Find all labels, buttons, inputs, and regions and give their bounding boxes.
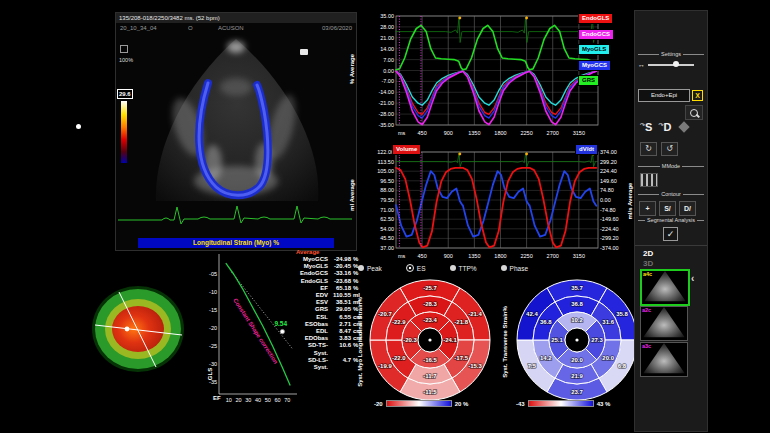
average-row: GRS29.05% bbox=[296, 306, 366, 313]
average-row: MyoGLS-20.45% bbox=[296, 263, 366, 270]
svg-text:-19.9: -19.9 bbox=[378, 363, 392, 369]
svg-text:7.5: 7.5 bbox=[528, 363, 537, 369]
svg-text:1800: 1800 bbox=[494, 130, 506, 136]
thumbnail-a3c[interactable]: a3c bbox=[640, 342, 688, 377]
volume-left-axis-label: ml Average bbox=[349, 157, 355, 233]
svg-text:62.50: 62.50 bbox=[380, 216, 394, 222]
svg-text:0.00: 0.00 bbox=[600, 197, 611, 203]
strain-colorbar bbox=[121, 101, 127, 163]
study-flag: O bbox=[188, 23, 193, 33]
view-mode-label: Longitudinal Strain (Myo) % bbox=[138, 238, 334, 248]
endo-epi-button[interactable]: Endo+Epi bbox=[638, 89, 690, 102]
radio-dot[interactable] bbox=[450, 265, 456, 271]
average-row: EF65.18% bbox=[296, 285, 366, 292]
diamond-icon[interactable] bbox=[679, 121, 690, 132]
collapse-arrow-icon[interactable]: ‹ bbox=[691, 273, 694, 284]
volume-right-axis-label: ml/s Average bbox=[627, 161, 633, 241]
gls-ef-plot: -05-10-15-20-25-30-3510203040506070Const… bbox=[203, 248, 303, 422]
legend-dvdt[interactable]: dV/dt bbox=[575, 144, 598, 155]
svg-text:-15.3: -15.3 bbox=[468, 363, 482, 369]
svg-text:7.00: 7.00 bbox=[383, 57, 394, 63]
radio-dot[interactable] bbox=[501, 265, 507, 271]
svg-text:-25: -25 bbox=[209, 343, 217, 349]
svg-text:-149.60: -149.60 bbox=[600, 216, 619, 222]
svg-text:-74.80: -74.80 bbox=[600, 207, 616, 213]
svg-text:28.00: 28.00 bbox=[380, 24, 394, 30]
svg-text:2700: 2700 bbox=[547, 130, 559, 136]
svg-text:20: 20 bbox=[235, 397, 241, 403]
legend-myogcs[interactable]: MyoGCS bbox=[578, 60, 611, 71]
legend-grs[interactable]: GRS bbox=[578, 75, 599, 86]
svg-text:-35.00: -35.00 bbox=[378, 122, 394, 128]
probe-icon bbox=[120, 45, 128, 53]
radio-dot[interactable] bbox=[406, 264, 414, 272]
legend-myogls[interactable]: MyoGLS bbox=[578, 44, 610, 55]
systole-button[interactable]: ↷S bbox=[640, 121, 652, 133]
slider-knob[interactable] bbox=[673, 61, 679, 67]
endo-epi-checkbox[interactable]: X bbox=[692, 90, 703, 101]
svg-text:149.60: 149.60 bbox=[600, 178, 617, 184]
svg-text:50: 50 bbox=[265, 397, 271, 403]
radio-es[interactable]: ES bbox=[406, 264, 426, 272]
average-row: ESObas2.71cm bbox=[296, 321, 366, 328]
contour-s-button[interactable]: S/ bbox=[659, 201, 676, 216]
zoom-button[interactable] bbox=[685, 105, 703, 120]
svg-text:-21.8: -21.8 bbox=[454, 319, 468, 325]
event-marker bbox=[458, 153, 461, 156]
svg-text:Constant Shape correction: Constant Shape correction bbox=[232, 297, 279, 365]
ultrasound-subheader: 20_10_34_04 O ACUSON 03/06/2020 bbox=[116, 23, 356, 33]
scale-gradient bbox=[386, 400, 452, 407]
mmode-button[interactable] bbox=[640, 173, 658, 187]
svg-text:45.50: 45.50 bbox=[380, 235, 394, 241]
svg-text:-23.4: -23.4 bbox=[423, 317, 437, 323]
svg-text:14.00: 14.00 bbox=[380, 46, 394, 52]
svg-text:-14.00: -14.00 bbox=[378, 89, 394, 95]
svg-text:1800: 1800 bbox=[494, 253, 506, 259]
segmental-checkbox[interactable]: ✓ bbox=[663, 227, 678, 241]
control-panel: Settings ↔ Endo+Epi X ↷S ↷D ↻ ↺ MMode Co… bbox=[634, 10, 708, 432]
mode-3d-tab[interactable]: 3D bbox=[643, 259, 653, 268]
svg-text:-11.7: -11.7 bbox=[423, 373, 437, 379]
legend-endogcs[interactable]: EndoGCS bbox=[578, 29, 614, 40]
svg-text:-05: -05 bbox=[209, 271, 217, 277]
radio-label: Phase bbox=[510, 265, 528, 272]
thumbnail-label: a4c bbox=[643, 271, 652, 277]
settings-slider[interactable]: ↔ bbox=[638, 61, 694, 68]
svg-text:20.0: 20.0 bbox=[571, 357, 583, 363]
snapshot-icon[interactable] bbox=[300, 49, 308, 55]
radio-label: TTP% bbox=[459, 265, 477, 272]
svg-text:-30: -30 bbox=[209, 361, 217, 367]
svg-text:450: 450 bbox=[418, 253, 427, 259]
thumbnail-a4c[interactable]: a4c bbox=[640, 269, 690, 306]
svg-text:54.00: 54.00 bbox=[380, 226, 394, 232]
legend-endogls[interactable]: EndoGLS bbox=[578, 13, 613, 24]
radio-phase[interactable]: Phase bbox=[501, 264, 528, 272]
contour-d-button[interactable]: D/ bbox=[679, 201, 696, 216]
segmental-label: Segmental Analysis bbox=[647, 217, 695, 223]
svg-text:EF: EF bbox=[213, 395, 221, 401]
scale-min: -43 bbox=[516, 401, 525, 407]
add-contour-button[interactable]: + bbox=[639, 201, 656, 216]
radio-ttp%[interactable]: TTP% bbox=[450, 264, 477, 272]
vendor-label: ACUSON bbox=[218, 23, 244, 33]
side-slider-handle[interactable] bbox=[76, 124, 81, 129]
svg-text:1350: 1350 bbox=[468, 253, 480, 259]
svg-text:-374.00: -374.00 bbox=[600, 245, 619, 251]
svg-text:-28.3: -28.3 bbox=[423, 301, 437, 307]
slider-track[interactable] bbox=[648, 64, 694, 66]
diastole-button[interactable]: ↷D bbox=[658, 121, 671, 133]
svg-text:1350: 1350 bbox=[468, 130, 480, 136]
mode-2d-tab[interactable]: 2D bbox=[643, 249, 653, 258]
thumbnail-a2c[interactable]: a2c bbox=[640, 306, 688, 341]
series-EndoGLS bbox=[396, 71, 596, 114]
undo-contour-button[interactable]: ↺ bbox=[661, 142, 678, 156]
svg-text:79.50: 79.50 bbox=[380, 197, 394, 203]
redo-contour-button[interactable]: ↻ bbox=[640, 142, 657, 156]
svg-text:-21.00: -21.00 bbox=[378, 100, 394, 106]
strain-scale-value: 29.6 bbox=[117, 89, 133, 99]
average-row: EndoGLS-23.68% bbox=[296, 278, 366, 285]
svg-text:2250: 2250 bbox=[520, 253, 532, 259]
legend-volume[interactable]: Volume bbox=[392, 144, 421, 155]
mmode-label: MMode bbox=[662, 163, 680, 169]
ultrasound-sector bbox=[116, 35, 356, 203]
